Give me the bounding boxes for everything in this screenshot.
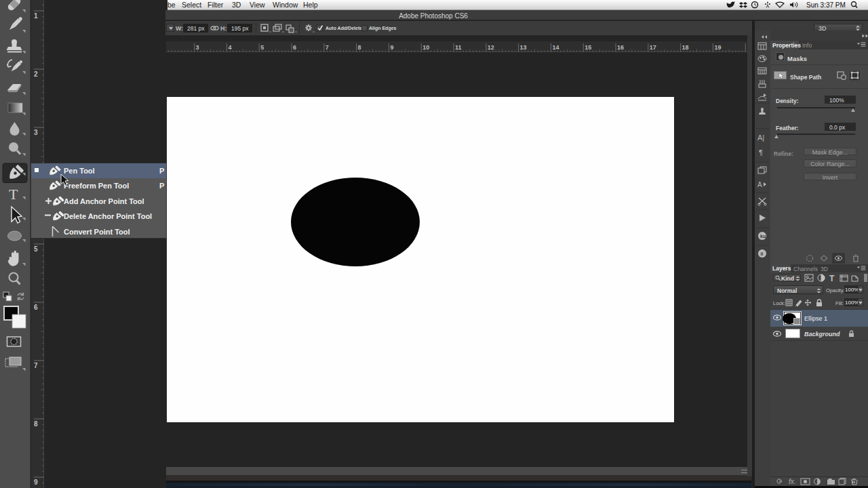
svg-text:1: 1 bbox=[34, 12, 38, 20]
svg-text:T: T bbox=[829, 274, 835, 283]
svg-text:T: T bbox=[9, 186, 18, 203]
svg-text:fx.: fx. bbox=[789, 478, 796, 485]
svg-text:11: 11 bbox=[455, 44, 462, 51]
svg-text:2: 2 bbox=[34, 70, 38, 78]
svg-text:6: 6 bbox=[293, 44, 296, 51]
svg-text:10: 10 bbox=[422, 44, 429, 51]
svg-text:4: 4 bbox=[228, 44, 231, 51]
svg-text:ku: ku bbox=[760, 234, 766, 239]
svg-text:¶: ¶ bbox=[759, 148, 763, 157]
svg-text:7: 7 bbox=[326, 44, 329, 51]
svg-text:ii: ii bbox=[761, 251, 764, 256]
svg-text:A: A bbox=[757, 181, 762, 188]
svg-text:15: 15 bbox=[585, 44, 591, 51]
svg-text:13: 13 bbox=[520, 44, 527, 51]
svg-text:8: 8 bbox=[34, 420, 38, 428]
svg-text:9: 9 bbox=[34, 479, 38, 486]
svg-text:3: 3 bbox=[196, 44, 199, 51]
svg-text:12: 12 bbox=[488, 44, 494, 51]
svg-text:16: 16 bbox=[617, 44, 624, 51]
svg-text:17: 17 bbox=[650, 44, 656, 51]
svg-text:6: 6 bbox=[34, 304, 38, 311]
svg-text:7: 7 bbox=[34, 362, 38, 369]
svg-text:A|: A| bbox=[757, 134, 764, 142]
svg-text:9: 9 bbox=[390, 44, 393, 51]
svg-text:14: 14 bbox=[552, 44, 559, 51]
svg-text:18: 18 bbox=[682, 44, 689, 51]
svg-text:19: 19 bbox=[714, 44, 721, 51]
svg-text:8: 8 bbox=[358, 44, 361, 51]
svg-text:5: 5 bbox=[34, 245, 38, 253]
svg-text:5: 5 bbox=[260, 44, 264, 51]
svg-text:3: 3 bbox=[34, 129, 38, 136]
